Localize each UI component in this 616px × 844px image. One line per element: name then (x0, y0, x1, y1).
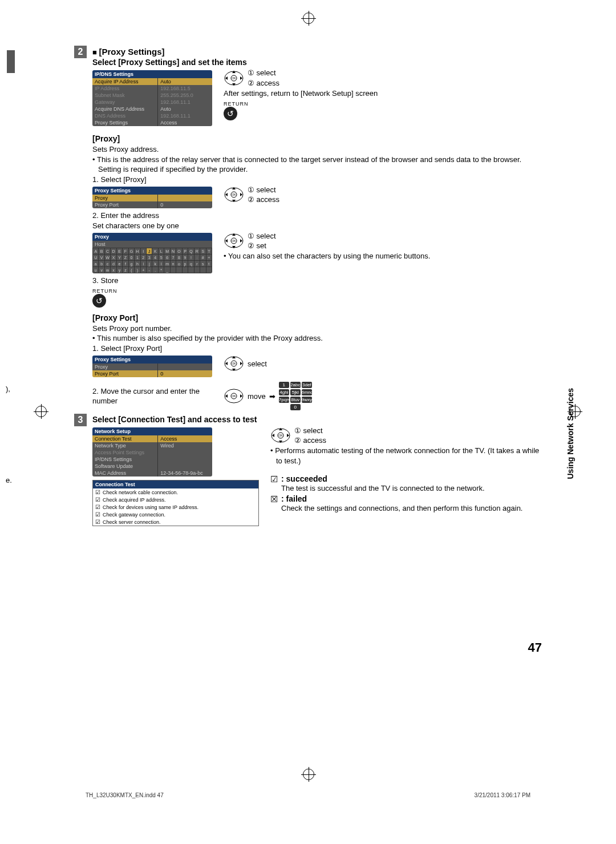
ct-item: Check gateway connection. (93, 511, 258, 518)
proxy-step-2: 2. Enter the address (92, 211, 542, 221)
dpad-access-label: ② access (294, 435, 326, 446)
step-3: 3 Select [Connection Test] and access to… (74, 414, 542, 526)
numeric-keypad: 12abc3def4ghi5jkl6mno7pqrs8tuv9wxyz0 (279, 382, 312, 410)
proxy-step-2b: Set characters one by one (92, 221, 542, 231)
footer-date: 3/21/2011 3:06:17 PM (475, 792, 530, 798)
svg-marker-31 (225, 394, 228, 398)
num-key: 9wxyz (302, 397, 312, 403)
svg-marker-39 (287, 434, 289, 437)
menu-row: Software Update (92, 463, 212, 470)
svg-text:OK: OK (232, 76, 236, 80)
menu-row: Network TypeWired (92, 442, 212, 449)
move-label: move (248, 391, 266, 402)
menu-row: Proxy Port0 (92, 201, 212, 208)
menu-row: Connection TestAccess (92, 435, 212, 442)
port-step-1: 1. Select [Proxy Port] (92, 344, 542, 354)
num-key (279, 404, 289, 410)
menu-rows: Connection TestAccessNetwork TypeWiredAc… (92, 435, 212, 476)
proxy-settings-menu: Proxy Settings ProxyProxy Port0 (92, 187, 212, 208)
num-key: 3def (302, 382, 312, 388)
svg-text:OK: OK (278, 434, 283, 437)
svg-marker-13 (240, 193, 242, 196)
char-grid: ABCDEFGHIJKLMNOPQRST UVWXYZ0123456789!:#… (92, 248, 212, 273)
menu-row: DNS Address192.168.11.1 (92, 112, 212, 119)
dpad-icon: OK (224, 68, 244, 88)
num-key (302, 404, 312, 410)
svg-marker-32 (240, 394, 242, 398)
char-entry-menu: Proxy Host ABCDEFGHIJKLMNOPQRST UVWXYZ01… (92, 233, 212, 273)
registration-mark (35, 406, 47, 417)
dpad-icon: OK (224, 353, 244, 374)
svg-marker-19 (225, 239, 228, 243)
network-setup-menu: Network Setup Connection TestAccessNetwo… (92, 427, 212, 476)
menu-rows: Acquire IP AddressAutoIP Address192.168.… (92, 78, 212, 126)
host-label: Host (92, 241, 212, 248)
dpad-select-label: ① select (294, 426, 326, 436)
proxy-desc-2: This is the address of the relay server … (92, 155, 542, 175)
menu-title: Proxy Settings (92, 187, 212, 195)
svg-marker-27 (240, 362, 242, 365)
num-key: 0 (290, 404, 301, 410)
svg-marker-38 (272, 434, 274, 437)
bleed-text: ), (6, 385, 10, 393)
menu-row: Acquire DNS AddressAuto (92, 106, 212, 112)
step-number: 3 (74, 414, 87, 426)
svg-text:OK: OK (232, 193, 236, 196)
page-number: 47 (74, 640, 542, 655)
failed-heading: : failed (281, 494, 307, 503)
num-key: 2abc (290, 382, 301, 388)
arrow-right-icon: ➡ (269, 392, 275, 401)
section-subtitle: Select [Proxy Settings] and set the item… (92, 58, 542, 67)
menu-row: Access Point Settings (92, 449, 212, 456)
dpad-set-label: ② set (248, 241, 276, 251)
svg-text:OK: OK (232, 362, 236, 365)
menu-rows: ProxyProxy Port0 (92, 364, 212, 377)
menu-row: Acquire IP AddressAuto (92, 78, 212, 85)
menu-row: Proxy (92, 364, 212, 370)
ct-item: Check server connection. (93, 518, 258, 526)
svg-marker-5 (225, 76, 228, 80)
step-3-title: Select [Connection Test] and access to t… (92, 415, 542, 424)
dpad-access-label: ② access (248, 78, 279, 88)
port-desc-2: This number is also specified by the pro… (92, 333, 542, 344)
menu-row: Proxy (92, 195, 212, 201)
num-key: 7pqrs (279, 397, 289, 403)
proxy-step-3: 3. Store (92, 276, 542, 286)
proxy-port-heading: [Proxy Port] (92, 313, 542, 322)
sidebar-category: Using Network Services (566, 388, 575, 479)
num-key: 4ghi (279, 389, 289, 395)
ip-dns-settings-menu: IP/DNS Settings Acquire IP AddressAutoIP… (92, 70, 212, 126)
check-icon: ☑ (270, 474, 278, 484)
return-label: RETURN (224, 101, 378, 107)
svg-text:OK: OK (232, 239, 236, 243)
dpad-icon: OK (224, 231, 244, 251)
menu-row: IP Address192.168.11.5 (92, 85, 212, 92)
x-icon: ☒ (270, 494, 278, 504)
return-label: RETURN (92, 288, 542, 294)
num-key: 8tuv (290, 397, 301, 403)
num-key: 5jkl (290, 389, 301, 395)
menu-row: Gateway192.168.11.1 (92, 99, 212, 106)
proxy-step-1: 1. Select [Proxy] (92, 175, 542, 185)
ct-item: Check acquired IP address. (93, 496, 258, 503)
port-step-2: 2. Move the cursor and enter the number (92, 386, 212, 406)
ct-item: Check for devices using same IP address. (93, 503, 258, 511)
footer: TH_L32U30KMTX_EN.indd 47 3/21/2011 3:06:… (74, 792, 542, 798)
footer-file: TH_L32U30KMTX_EN.indd 47 (86, 792, 164, 798)
dpad-select-label: select (248, 359, 267, 369)
section-title: [Proxy Settings] (92, 47, 542, 56)
svg-marker-12 (225, 193, 228, 196)
num-key: 1 (279, 382, 289, 388)
svg-marker-26 (225, 362, 228, 365)
svg-text:OK: OK (232, 394, 236, 398)
dpad-icon: OK (224, 386, 244, 406)
svg-marker-6 (240, 76, 242, 80)
svg-marker-20 (240, 239, 242, 243)
edge-tab (7, 50, 15, 73)
registration-mark (303, 13, 314, 24)
numeric-buttons-note: You can also set the characters by using… (224, 251, 430, 261)
menu-row: Proxy Port0 (92, 370, 212, 377)
dpad-select-label: ① select (248, 231, 276, 241)
menu-title: IP/DNS Settings (92, 70, 212, 78)
dpad-select-label: ① select (248, 68, 279, 78)
